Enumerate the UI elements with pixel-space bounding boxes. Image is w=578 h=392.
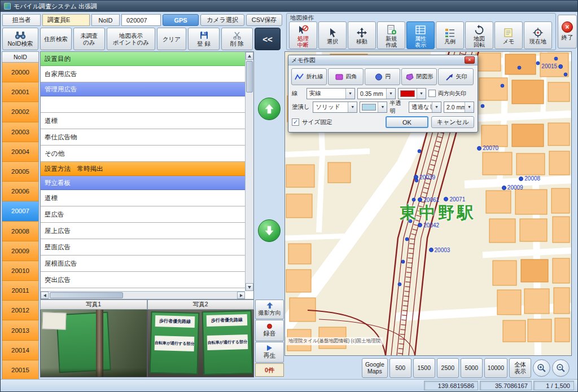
shoot-direction-button[interactable]: 撮影方向: [255, 299, 284, 319]
category-row[interactable]: [41, 96, 245, 113]
move-tool-button[interactable]: 移動: [348, 21, 376, 49]
select-tool-button[interactable]: 選択: [318, 21, 347, 49]
category-row[interactable]: 設置目的: [41, 52, 245, 66]
fill-style-select[interactable]: ソリッド▼: [313, 102, 357, 113]
camera-select-button[interactable]: カメラ選択: [200, 14, 244, 26]
noid-row[interactable]: 20006: [2, 182, 38, 201]
photo-1[interactable]: [40, 310, 147, 377]
noid-row[interactable]: 20004: [2, 142, 38, 162]
scrollbar-thumb[interactable]: [246, 61, 253, 93]
map-marker[interactable]: 20071: [444, 196, 465, 202]
play-button[interactable]: 再生: [255, 342, 284, 363]
photo-2[interactable]: 歩行者優先路線 自転車が通行する部分 歩行者優先路線 自転車が通行する部分: [147, 310, 255, 377]
address-search-button[interactable]: 住所検索: [40, 28, 72, 50]
noid-row[interactable]: 20001: [2, 82, 38, 102]
map-canvas[interactable]: 東中野駅 20015 20070 20008 20009 20039 20061: [284, 51, 572, 356]
tool-rectangle-button[interactable]: 四角: [328, 68, 364, 85]
scrollbar-thumb[interactable]: [50, 292, 123, 298]
record-button[interactable]: 録音: [255, 320, 284, 341]
category-row[interactable]: 道標: [41, 113, 245, 129]
noid-row[interactable]: 20003: [2, 122, 38, 142]
dialog-close-button[interactable]: ×: [465, 56, 475, 64]
line-style-select[interactable]: 実線▼: [306, 88, 355, 99]
map-scale-button[interactable]: 全体 表示: [509, 358, 531, 378]
category-row[interactable]: その他: [41, 146, 245, 162]
category-row[interactable]: 屋根面広告: [41, 256, 245, 272]
zoom-in-button[interactable]: [533, 359, 550, 377]
category-row[interactable]: 設置方法 常時掲出: [41, 162, 245, 176]
new-create-button[interactable]: 新規 作成: [377, 21, 405, 49]
move-up-button[interactable]: [258, 98, 281, 120]
map-marker[interactable]: 20042: [418, 222, 439, 228]
register-button[interactable]: 登 録: [188, 28, 220, 50]
map-marker[interactable]: 20003: [429, 247, 450, 253]
tool-polygon-button[interactable]: 閉図形: [401, 68, 437, 85]
ok-button[interactable]: OK: [386, 116, 428, 128]
legend-button[interactable]: 凡例: [436, 21, 464, 49]
staff-field[interactable]: 調査員E: [42, 14, 90, 26]
noid-row[interactable]: 20009: [2, 241, 38, 261]
noid-search-button[interactable]: NoID検索: [2, 28, 38, 50]
both-direction-arrow-checkbox[interactable]: [428, 90, 436, 97]
horizontal-scrollbar[interactable]: [41, 291, 245, 299]
tool-arrow-button[interactable]: 矢印: [438, 68, 474, 85]
map-scale-button[interactable]: Google Maps: [362, 358, 388, 378]
unsurveyed-only-button[interactable]: 未調査 のみ: [73, 28, 105, 50]
map-scale-button[interactable]: 1500: [413, 358, 435, 378]
scroll-right-button[interactable]: [237, 292, 245, 299]
noid-row[interactable]: 20015: [2, 360, 38, 380]
size-select[interactable]: 2.0 mm▼: [444, 102, 474, 113]
fixed-size-checkbox[interactable]: ✓: [292, 118, 299, 126]
scroll-up-button[interactable]: [246, 52, 253, 60]
collapse-panel-button[interactable]: <<: [255, 28, 281, 50]
map-points-only-button[interactable]: 地図表示 ポイントのみ: [107, 28, 155, 50]
vertical-scrollbar[interactable]: [245, 52, 253, 291]
map-marker[interactable]: 20061: [418, 197, 439, 203]
dialog-titlebar[interactable]: メモ作図 ×: [288, 55, 478, 65]
category-row[interactable]: 壁面広告: [41, 239, 245, 256]
zoom-out-button[interactable]: [552, 359, 570, 377]
noid-row[interactable]: 20013: [2, 320, 38, 340]
map-marker[interactable]: 20009: [502, 184, 523, 191]
memo-button[interactable]: メモ: [494, 21, 523, 49]
map-rotate-button[interactable]: 地図 回転: [465, 21, 493, 49]
map-marker[interactable]: 20008: [519, 175, 540, 182]
scroll-left-button[interactable]: [41, 292, 49, 299]
delete-button[interactable]: 削 除: [221, 28, 253, 50]
noid-row[interactable]: 20014: [2, 341, 38, 360]
line-width-select[interactable]: 0.35 mm▼: [357, 88, 396, 99]
titlebar[interactable]: モバイル調査システム 出張調: [1, 1, 577, 12]
category-row[interactable]: 自家用広告: [41, 66, 245, 82]
category-row[interactable]: 屋上広告: [41, 223, 245, 239]
noid-row[interactable]: 20012: [2, 301, 38, 320]
map-scale-button[interactable]: 5000: [461, 358, 483, 378]
noid-row[interactable]: 20005: [2, 162, 38, 182]
noid-row[interactable]: 20008: [2, 222, 38, 241]
scroll-down-button[interactable]: [246, 283, 253, 291]
gps-button[interactable]: GPS: [163, 14, 199, 26]
move-down-button[interactable]: [258, 219, 281, 242]
tool-polyline-button[interactable]: 折れ線: [291, 68, 327, 85]
map-scale-button[interactable]: 2500: [437, 358, 459, 378]
noid-field[interactable]: 020007: [121, 14, 161, 26]
category-row[interactable]: 道標: [41, 190, 245, 206]
noid-row[interactable]: 20000: [2, 63, 38, 82]
noid-row[interactable]: 20007: [2, 201, 38, 221]
map-scale-button[interactable]: 10000: [484, 358, 507, 378]
opacity-select[interactable]: 透過なし▼: [409, 102, 441, 113]
noid-row[interactable]: 20010: [2, 261, 38, 281]
abort-process-button[interactable]: 処理 中断: [289, 21, 317, 49]
current-location-button[interactable]: 現在地: [524, 21, 552, 49]
attribute-display-button[interactable]: 属性 表示: [406, 21, 435, 49]
category-row[interactable]: 野立看板: [41, 176, 245, 190]
clear-button[interactable]: クリア: [157, 28, 186, 50]
category-row[interactable]: 突出広告: [41, 272, 245, 288]
exit-button[interactable]: × 終了: [558, 15, 577, 49]
csv-save-button[interactable]: CSV保存: [246, 14, 282, 26]
fill-color-select[interactable]: ▼: [360, 102, 387, 113]
tool-circle-button[interactable]: 円: [365, 68, 400, 85]
map-marker[interactable]: 20070: [477, 145, 498, 151]
map-marker[interactable]: 20015: [541, 63, 563, 69]
category-row[interactable]: 管理用広告: [41, 82, 245, 96]
category-row[interactable]: 壁広告: [41, 206, 245, 223]
